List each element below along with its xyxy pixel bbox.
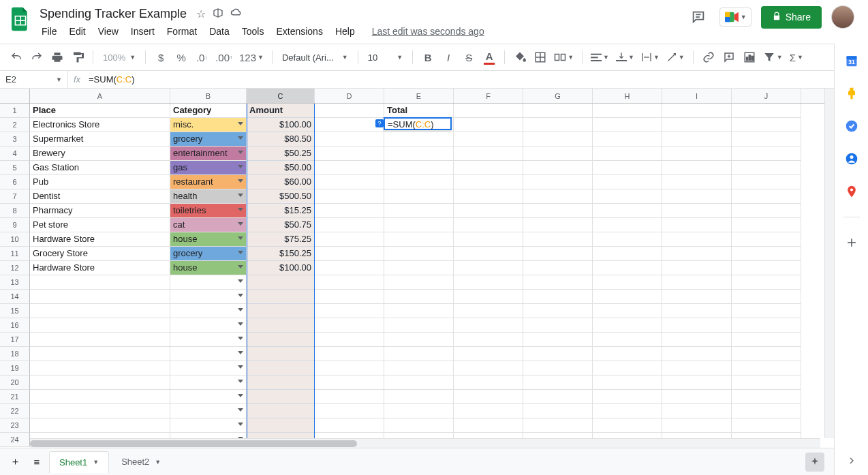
cell-D4[interactable]: [315, 147, 384, 161]
cell-E20[interactable]: [384, 376, 454, 390]
cell-J5[interactable]: [732, 161, 801, 175]
cell-I14[interactable]: [662, 290, 732, 304]
functions-button[interactable]: Σ▼: [787, 48, 806, 67]
cell-I17[interactable]: [662, 333, 732, 347]
cell-A13[interactable]: [30, 275, 170, 290]
cell-E7[interactable]: [384, 189, 454, 204]
cell-C14[interactable]: [247, 290, 315, 304]
cell-A19[interactable]: [30, 361, 170, 376]
cell-C9[interactable]: $50.75: [247, 218, 315, 232]
cell-J9[interactable]: [732, 218, 801, 232]
menu-tools[interactable]: Tools: [237, 24, 269, 39]
cell-H4[interactable]: [593, 147, 662, 161]
cell-G23[interactable]: [523, 418, 593, 433]
cell-J6[interactable]: [732, 175, 801, 189]
dropdown-icon[interactable]: [238, 308, 243, 311]
account-avatar[interactable]: [831, 5, 854, 29]
tab-sheet2[interactable]: Sheet2▼: [112, 451, 170, 472]
dropdown-icon[interactable]: [238, 251, 243, 254]
cell-I15[interactable]: [662, 304, 732, 318]
cell-E13[interactable]: [384, 275, 454, 290]
cell-H22[interactable]: [593, 404, 662, 418]
row-header[interactable]: 16: [0, 318, 30, 333]
cell-G6[interactable]: [523, 175, 593, 189]
cell-J3[interactable]: [732, 132, 801, 147]
dropdown-icon[interactable]: [238, 151, 243, 154]
cell-G7[interactable]: [523, 189, 593, 204]
menu-help[interactable]: Help: [330, 24, 360, 39]
comments-icon[interactable]: [687, 5, 710, 29]
formula-input[interactable]: =SUM(C:C): [86, 74, 868, 85]
cell-D8[interactable]: [315, 204, 384, 218]
cell-I8[interactable]: [662, 204, 732, 218]
menu-extensions[interactable]: Extensions: [271, 24, 327, 39]
row-header[interactable]: 18: [0, 347, 30, 361]
cell-E12[interactable]: [384, 261, 454, 275]
cell-I12[interactable]: [662, 261, 732, 275]
cell-E5[interactable]: [384, 161, 454, 175]
cell-J14[interactable]: [732, 290, 801, 304]
cell-I11[interactable]: [662, 247, 732, 261]
cell-A20[interactable]: [30, 376, 170, 390]
cell-D17[interactable]: [315, 333, 384, 347]
cell-F8[interactable]: [454, 204, 523, 218]
font-select[interactable]: Default (Ari...▼: [278, 52, 352, 63]
cell-D22[interactable]: [315, 404, 384, 418]
col-header-E[interactable]: E: [384, 89, 454, 103]
cell-A14[interactable]: [30, 290, 170, 304]
cell-B13[interactable]: [170, 275, 247, 290]
cell-E11[interactable]: [384, 247, 454, 261]
cell-F9[interactable]: [454, 218, 523, 232]
cell-F17[interactable]: [454, 333, 523, 347]
dropdown-icon[interactable]: [238, 365, 243, 369]
cell-D20[interactable]: [315, 376, 384, 390]
cell-I19[interactable]: [662, 361, 732, 376]
menu-view[interactable]: View: [93, 24, 123, 39]
cell-B17[interactable]: [170, 333, 247, 347]
cell-B22[interactable]: [170, 404, 247, 418]
cell-H1[interactable]: [593, 104, 662, 118]
cell-I20[interactable]: [662, 376, 732, 390]
cell-H15[interactable]: [593, 304, 662, 318]
print-button[interactable]: [48, 48, 67, 67]
cell-I5[interactable]: [662, 161, 732, 175]
cell-A1[interactable]: Place: [30, 104, 170, 118]
cell-I3[interactable]: [662, 132, 732, 147]
cell-C16[interactable]: [247, 318, 315, 333]
cell-E19[interactable]: [384, 361, 454, 376]
cell-F3[interactable]: [454, 132, 523, 147]
cell-D23[interactable]: [315, 418, 384, 433]
doc-title[interactable]: Spending Tracker Example: [37, 5, 189, 22]
cell-J4[interactable]: [732, 147, 801, 161]
cell-F12[interactable]: [454, 261, 523, 275]
cell-C3[interactable]: $80.50: [247, 132, 315, 147]
cell-F4[interactable]: [454, 147, 523, 161]
cell-B1[interactable]: Category: [170, 104, 247, 118]
vertical-scrollbar[interactable]: [824, 89, 834, 438]
row-header[interactable]: 19: [0, 361, 30, 376]
cell-C17[interactable]: [247, 333, 315, 347]
cell-F22[interactable]: [454, 404, 523, 418]
cell-H21[interactable]: [593, 390, 662, 404]
paint-format-button[interactable]: [68, 48, 87, 67]
borders-button[interactable]: [531, 48, 550, 67]
dropdown-icon[interactable]: [238, 165, 243, 168]
cell-H2[interactable]: [593, 118, 662, 132]
cell-G5[interactable]: [523, 161, 593, 175]
cell-A21[interactable]: [30, 390, 170, 404]
cell-G22[interactable]: [523, 404, 593, 418]
text-wrap-button[interactable]: ▼: [638, 48, 662, 67]
cell-B10[interactable]: house: [170, 232, 247, 247]
cloud-status-icon[interactable]: [230, 7, 243, 21]
cell-F19[interactable]: [454, 361, 523, 376]
formula-help-icon[interactable]: ?: [375, 119, 384, 127]
menu-data[interactable]: Data: [204, 24, 234, 39]
menu-file[interactable]: File: [37, 24, 62, 39]
dropdown-icon[interactable]: [238, 337, 243, 340]
cell-C2[interactable]: $100.00: [247, 118, 315, 132]
cell-A22[interactable]: [30, 404, 170, 418]
row-header[interactable]: 5: [0, 161, 30, 175]
cell-I21[interactable]: [662, 390, 732, 404]
fill-color-button[interactable]: [510, 48, 529, 67]
cell-H5[interactable]: [593, 161, 662, 175]
